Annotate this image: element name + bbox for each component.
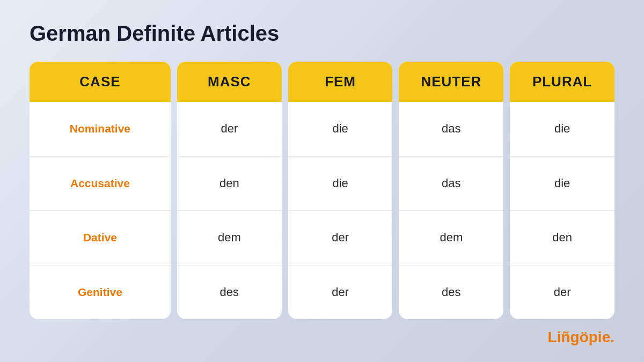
col-header-masc: MASC <box>177 62 282 102</box>
col-body-plural: diediedender <box>510 102 614 319</box>
cell-fem-2: der <box>288 211 393 265</box>
cell-masc-2: dem <box>177 211 282 265</box>
cell-neuter-3: des <box>399 265 503 320</box>
cell-case-2: Dative <box>30 211 171 265</box>
col-header-fem: FEM <box>288 62 393 102</box>
col-body-fem: diediederder <box>288 102 393 319</box>
col-neuter: NEUTERdasdasdemdes <box>399 62 503 319</box>
col-case: CASENominativeAccusativeDativeGenitive <box>30 62 171 319</box>
cell-case-3: Genitive <box>30 265 171 320</box>
logo: Liñgöpie. <box>548 329 614 346</box>
col-masc: MASCderdendemdes <box>177 62 282 319</box>
cell-fem-3: der <box>288 265 393 320</box>
col-plural: PLURALdiediedender <box>510 62 614 319</box>
cell-fem-1: die <box>288 157 393 211</box>
cell-case-1: Accusative <box>30 157 171 211</box>
cell-neuter-2: dem <box>399 211 503 265</box>
cell-plural-2: den <box>510 211 614 265</box>
col-fem: FEMdiediederder <box>288 62 393 319</box>
col-header-plural: PLURAL <box>510 62 614 102</box>
col-header-case: CASE <box>30 62 171 102</box>
col-body-masc: derdendemdes <box>177 102 282 319</box>
col-body-neuter: dasdasdemdes <box>399 102 503 319</box>
cell-masc-0: der <box>177 102 282 157</box>
col-header-neuter: NEUTER <box>399 62 503 102</box>
cell-case-0: Nominative <box>30 102 171 157</box>
col-body-case: NominativeAccusativeDativeGenitive <box>30 102 171 319</box>
cell-neuter-1: das <box>399 157 503 211</box>
cell-plural-3: der <box>510 265 614 320</box>
footer: Liñgöpie. <box>30 329 614 346</box>
cell-masc-1: den <box>177 157 282 211</box>
cell-neuter-0: das <box>399 102 503 157</box>
cell-plural-1: die <box>510 157 614 211</box>
articles-table: CASENominativeAccusativeDativeGenitiveMA… <box>30 62 614 319</box>
cell-masc-3: des <box>177 265 282 320</box>
page-title: German Definite Articles <box>30 21 614 46</box>
cell-plural-0: die <box>510 102 614 157</box>
cell-fem-0: die <box>288 102 393 157</box>
